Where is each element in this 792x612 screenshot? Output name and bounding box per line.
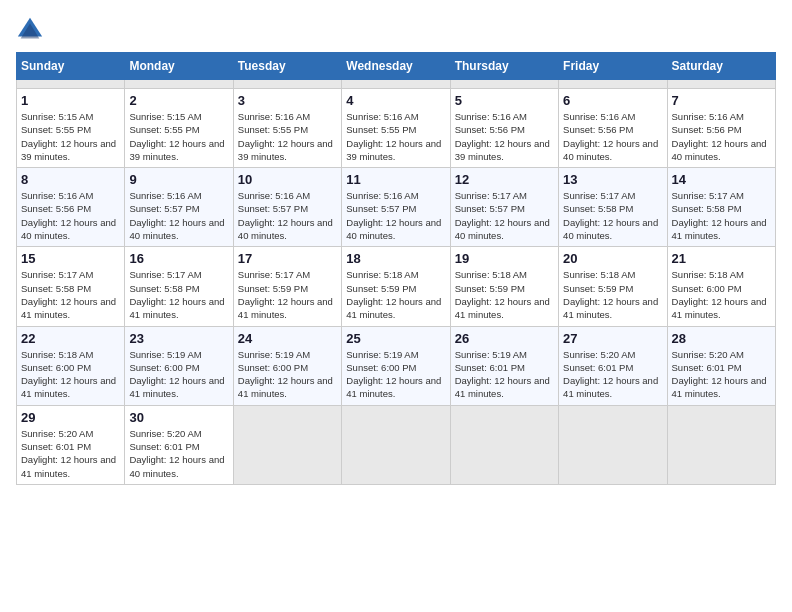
day-number: 11 [346, 172, 445, 187]
day-info: Sunrise: 5:18 AMSunset: 5:59 PMDaylight:… [455, 268, 554, 321]
day-info: Sunrise: 5:16 AMSunset: 5:56 PMDaylight:… [455, 110, 554, 163]
day-info: Sunrise: 5:16 AMSunset: 5:57 PMDaylight:… [346, 189, 445, 242]
col-header-saturday: Saturday [667, 53, 775, 80]
day-cell [17, 80, 125, 89]
day-cell [450, 80, 558, 89]
day-cell: 21Sunrise: 5:18 AMSunset: 6:00 PMDayligh… [667, 247, 775, 326]
day-number: 4 [346, 93, 445, 108]
day-cell: 18Sunrise: 5:18 AMSunset: 5:59 PMDayligh… [342, 247, 450, 326]
day-cell [559, 80, 667, 89]
col-header-friday: Friday [559, 53, 667, 80]
day-number: 1 [21, 93, 120, 108]
day-number: 25 [346, 331, 445, 346]
day-cell: 11Sunrise: 5:16 AMSunset: 5:57 PMDayligh… [342, 168, 450, 247]
day-cell [342, 405, 450, 484]
day-number: 6 [563, 93, 662, 108]
day-info: Sunrise: 5:16 AMSunset: 5:56 PMDaylight:… [563, 110, 662, 163]
day-cell: 2Sunrise: 5:15 AMSunset: 5:55 PMDaylight… [125, 89, 233, 168]
day-cell [233, 405, 341, 484]
day-info: Sunrise: 5:16 AMSunset: 5:57 PMDaylight:… [129, 189, 228, 242]
day-info: Sunrise: 5:19 AMSunset: 6:01 PMDaylight:… [455, 348, 554, 401]
day-info: Sunrise: 5:16 AMSunset: 5:56 PMDaylight:… [21, 189, 120, 242]
day-cell [233, 80, 341, 89]
col-header-monday: Monday [125, 53, 233, 80]
day-info: Sunrise: 5:19 AMSunset: 6:00 PMDaylight:… [238, 348, 337, 401]
week-row-4: 22Sunrise: 5:18 AMSunset: 6:00 PMDayligh… [17, 326, 776, 405]
day-number: 22 [21, 331, 120, 346]
logo-icon [16, 16, 44, 44]
day-cell: 8Sunrise: 5:16 AMSunset: 5:56 PMDaylight… [17, 168, 125, 247]
day-info: Sunrise: 5:20 AMSunset: 6:01 PMDaylight:… [21, 427, 120, 480]
day-number: 28 [672, 331, 771, 346]
day-cell: 27Sunrise: 5:20 AMSunset: 6:01 PMDayligh… [559, 326, 667, 405]
day-info: Sunrise: 5:18 AMSunset: 6:00 PMDaylight:… [672, 268, 771, 321]
day-info: Sunrise: 5:17 AMSunset: 5:58 PMDaylight:… [21, 268, 120, 321]
day-number: 17 [238, 251, 337, 266]
day-number: 23 [129, 331, 228, 346]
day-cell: 26Sunrise: 5:19 AMSunset: 6:01 PMDayligh… [450, 326, 558, 405]
day-info: Sunrise: 5:17 AMSunset: 5:57 PMDaylight:… [455, 189, 554, 242]
day-cell: 17Sunrise: 5:17 AMSunset: 5:59 PMDayligh… [233, 247, 341, 326]
calendar-table: SundayMondayTuesdayWednesdayThursdayFrid… [16, 52, 776, 485]
day-number: 19 [455, 251, 554, 266]
day-info: Sunrise: 5:15 AMSunset: 5:55 PMDaylight:… [21, 110, 120, 163]
day-cell: 20Sunrise: 5:18 AMSunset: 5:59 PMDayligh… [559, 247, 667, 326]
day-number: 3 [238, 93, 337, 108]
day-cell: 12Sunrise: 5:17 AMSunset: 5:57 PMDayligh… [450, 168, 558, 247]
week-row-3: 15Sunrise: 5:17 AMSunset: 5:58 PMDayligh… [17, 247, 776, 326]
day-info: Sunrise: 5:16 AMSunset: 5:55 PMDaylight:… [346, 110, 445, 163]
day-cell: 4Sunrise: 5:16 AMSunset: 5:55 PMDaylight… [342, 89, 450, 168]
day-cell: 9Sunrise: 5:16 AMSunset: 5:57 PMDaylight… [125, 168, 233, 247]
day-number: 21 [672, 251, 771, 266]
day-info: Sunrise: 5:18 AMSunset: 5:59 PMDaylight:… [563, 268, 662, 321]
calendar-body: 1Sunrise: 5:15 AMSunset: 5:55 PMDaylight… [17, 80, 776, 485]
day-number: 13 [563, 172, 662, 187]
day-number: 24 [238, 331, 337, 346]
day-cell: 23Sunrise: 5:19 AMSunset: 6:00 PMDayligh… [125, 326, 233, 405]
day-number: 29 [21, 410, 120, 425]
day-cell [667, 405, 775, 484]
day-number: 15 [21, 251, 120, 266]
day-cell: 28Sunrise: 5:20 AMSunset: 6:01 PMDayligh… [667, 326, 775, 405]
day-cell [450, 405, 558, 484]
col-header-wednesday: Wednesday [342, 53, 450, 80]
week-row-1: 1Sunrise: 5:15 AMSunset: 5:55 PMDaylight… [17, 89, 776, 168]
day-info: Sunrise: 5:19 AMSunset: 6:00 PMDaylight:… [346, 348, 445, 401]
col-header-thursday: Thursday [450, 53, 558, 80]
day-cell: 24Sunrise: 5:19 AMSunset: 6:00 PMDayligh… [233, 326, 341, 405]
day-cell [667, 80, 775, 89]
day-number: 27 [563, 331, 662, 346]
day-cell: 3Sunrise: 5:16 AMSunset: 5:55 PMDaylight… [233, 89, 341, 168]
day-info: Sunrise: 5:20 AMSunset: 6:01 PMDaylight:… [129, 427, 228, 480]
day-info: Sunrise: 5:19 AMSunset: 6:00 PMDaylight:… [129, 348, 228, 401]
week-row-5: 29Sunrise: 5:20 AMSunset: 6:01 PMDayligh… [17, 405, 776, 484]
day-number: 8 [21, 172, 120, 187]
day-number: 7 [672, 93, 771, 108]
day-cell: 1Sunrise: 5:15 AMSunset: 5:55 PMDaylight… [17, 89, 125, 168]
day-info: Sunrise: 5:20 AMSunset: 6:01 PMDaylight:… [672, 348, 771, 401]
day-number: 18 [346, 251, 445, 266]
day-info: Sunrise: 5:16 AMSunset: 5:57 PMDaylight:… [238, 189, 337, 242]
day-cell: 15Sunrise: 5:17 AMSunset: 5:58 PMDayligh… [17, 247, 125, 326]
calendar-header: SundayMondayTuesdayWednesdayThursdayFrid… [17, 53, 776, 80]
col-header-sunday: Sunday [17, 53, 125, 80]
header [16, 16, 776, 44]
day-number: 2 [129, 93, 228, 108]
logo [16, 16, 48, 44]
day-number: 20 [563, 251, 662, 266]
week-row-0 [17, 80, 776, 89]
day-cell: 29Sunrise: 5:20 AMSunset: 6:01 PMDayligh… [17, 405, 125, 484]
week-row-2: 8Sunrise: 5:16 AMSunset: 5:56 PMDaylight… [17, 168, 776, 247]
day-number: 5 [455, 93, 554, 108]
day-info: Sunrise: 5:16 AMSunset: 5:55 PMDaylight:… [238, 110, 337, 163]
day-cell: 30Sunrise: 5:20 AMSunset: 6:01 PMDayligh… [125, 405, 233, 484]
day-info: Sunrise: 5:20 AMSunset: 6:01 PMDaylight:… [563, 348, 662, 401]
day-number: 30 [129, 410, 228, 425]
day-number: 9 [129, 172, 228, 187]
day-number: 16 [129, 251, 228, 266]
day-cell: 16Sunrise: 5:17 AMSunset: 5:58 PMDayligh… [125, 247, 233, 326]
day-cell [342, 80, 450, 89]
day-cell: 5Sunrise: 5:16 AMSunset: 5:56 PMDaylight… [450, 89, 558, 168]
day-cell: 7Sunrise: 5:16 AMSunset: 5:56 PMDaylight… [667, 89, 775, 168]
day-info: Sunrise: 5:17 AMSunset: 5:58 PMDaylight:… [672, 189, 771, 242]
